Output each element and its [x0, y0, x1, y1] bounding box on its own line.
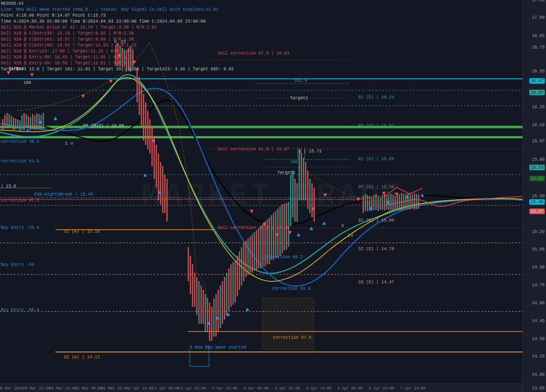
price-16.37: 16.37	[529, 90, 545, 95]
svg-rect-140	[258, 228, 259, 268]
time-31mar06: 31 Mar 06:00	[75, 386, 103, 391]
svg-text:▼: ▼	[109, 78, 113, 85]
svg-rect-26	[6, 113, 8, 128]
svg-rect-132	[241, 247, 242, 285]
sell6-line: Sell %20 @ Entry-50: 18.45 | Target:12.9…	[1, 55, 234, 61]
svg-rect-95	[296, 183, 298, 222]
price-14.60: 14.60	[532, 301, 545, 306]
corr-61-left: correction 61.8	[1, 159, 39, 164]
signal-line: Line: New Bull Wave started tema_R...| s…	[1, 7, 234, 13]
time-1apr14: 1 Apr 14:00	[128, 386, 154, 391]
svg-rect-89	[232, 262, 234, 305]
time-6apr06: 6 Apr 06:00	[337, 386, 363, 391]
svg-rect-128	[414, 193, 415, 210]
svg-rect-103	[314, 187, 315, 222]
svg-rect-68	[188, 247, 189, 281]
svg-text:▼: ▼	[250, 208, 254, 215]
sell-corr-61: Sell correction 61.8 | 15.87	[218, 147, 289, 152]
target1-label: Target1	[277, 170, 295, 175]
svg-text:▲: ▲	[158, 189, 162, 196]
price-15.20: 15.20	[532, 229, 545, 234]
svg-rect-90	[235, 260, 236, 303]
svg-rect-25	[4, 115, 6, 128]
svg-rect-134	[245, 241, 247, 277]
svg-rect-106	[367, 195, 368, 211]
svg-rect-112	[380, 197, 381, 210]
svg-text:▲: ▲	[143, 172, 147, 179]
svg-rect-121	[399, 194, 400, 210]
svg-rect-133	[243, 243, 244, 281]
svg-rect-117	[390, 194, 392, 210]
corr-61-bot: correction 61.8	[272, 286, 311, 291]
svg-text:▼: ▼	[323, 192, 327, 199]
chart-container: MARKET TRADE	[0, 0, 546, 392]
price-15.80: 15.80	[532, 157, 545, 161]
price-17.15: 17.15	[532, 0, 545, 3]
svg-text:▲: ▲	[369, 205, 373, 211]
svg-rect-85	[224, 277, 225, 320]
svg-rect-80	[213, 298, 215, 337]
svg-rect-130	[418, 194, 419, 209]
price-16.10: 16.10	[532, 122, 545, 127]
time-2apr06: 2 Apr 06:00	[154, 386, 180, 391]
svg-rect-141	[260, 226, 261, 268]
svg-rect-39	[34, 115, 35, 130]
time-axis: 28 Mar 2024 29 Mar 22:00 30 Mar 14:00 31…	[0, 383, 523, 392]
svg-rect-76	[205, 294, 206, 332]
svg-rect-54	[139, 77, 140, 115]
svg-rect-36	[28, 116, 29, 128]
svg-text:▼: ▼	[288, 229, 292, 236]
svg-rect-43	[43, 113, 44, 130]
svg-rect-33	[21, 115, 23, 130]
svg-rect-131	[239, 251, 240, 290]
price-14.00: 14.00	[532, 372, 545, 377]
svg-rect-59	[149, 119, 151, 153]
s1d-label: S1 (D) | 15.06	[358, 218, 394, 223]
svg-text:▲: ▲	[386, 199, 390, 205]
svg-text:▲: ▲	[54, 115, 58, 122]
fib-161: 161.8	[294, 78, 307, 83]
svg-rect-138	[254, 232, 255, 271]
r2-label: R2 (D) | 15.97	[358, 124, 394, 128]
svg-rect-136	[250, 236, 251, 273]
svg-rect-31	[17, 119, 18, 129]
svg-rect-57	[145, 102, 146, 145]
svg-text:▲: ▲	[207, 320, 211, 326]
svg-rect-29	[13, 117, 14, 130]
svg-text:▼: ▼	[276, 231, 279, 238]
wave-iv-1: I V	[65, 141, 73, 146]
svg-rect-40	[36, 113, 38, 130]
sell7-line: Sell %20 @ Entry-88: 19.58 | Target:12.8…	[1, 61, 234, 66]
svg-rect-35	[26, 114, 27, 128]
svg-rect-101	[309, 179, 311, 213]
time-2apr22: 2 Apr 22:00	[181, 386, 206, 391]
pp-md-label: PP (M|D) | 16.06	[83, 124, 124, 128]
svg-rect-87	[228, 268, 229, 311]
svg-rect-142	[262, 224, 264, 266]
targets-line: Target100: 12.8 | Target 161: 11.01 | Ta…	[1, 66, 234, 72]
price-16.47: 16.47	[529, 78, 545, 84]
svg-rect-64	[160, 162, 161, 205]
price-15.65: 15.65	[529, 176, 545, 181]
svg-rect-84	[222, 281, 223, 324]
svg-rect-119	[395, 196, 396, 210]
time-6apr22: 6 Apr 22:00	[369, 386, 394, 391]
svg-rect-82	[218, 290, 219, 332]
svg-rect-77	[207, 298, 208, 332]
svg-rect-38	[32, 114, 33, 129]
svg-rect-192	[262, 298, 314, 349]
svg-rect-67	[166, 179, 168, 222]
price-14.30: 14.30	[532, 336, 545, 341]
time-31mar22: 31 Mar 22:00	[101, 386, 129, 391]
s1w-label: S1 (w) | 15.16	[64, 229, 100, 234]
symbol-line: NEOUSD.H1	[1, 1, 234, 7]
price-15.45: 15.45	[529, 199, 545, 205]
price-14.15: 14.15	[532, 354, 545, 359]
price-14.90: 14.90	[532, 265, 545, 270]
svg-rect-60	[151, 128, 153, 166]
time-28mar: 28 Mar 2024	[0, 386, 23, 391]
svg-rect-93	[292, 170, 293, 217]
svg-rect-94	[294, 179, 296, 222]
svg-rect-147	[273, 213, 274, 260]
pp-label: PP (D) | 15.38	[358, 185, 394, 190]
